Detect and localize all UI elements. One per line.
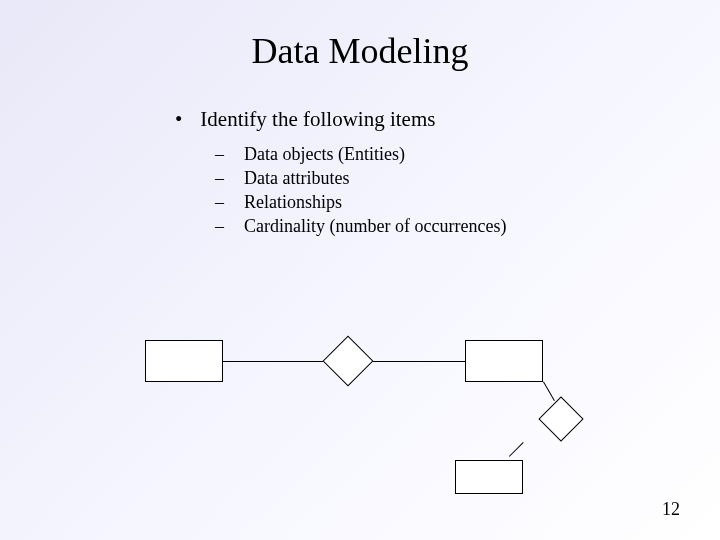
connector-line bbox=[543, 382, 555, 402]
sub-item: – Data objects (Entities) bbox=[215, 144, 720, 165]
slide-title: Data Modeling bbox=[0, 30, 720, 72]
sub-item-text: Data objects (Entities) bbox=[244, 144, 405, 165]
sub-item-text: Cardinality (number of occurrences) bbox=[244, 216, 506, 237]
entity-box-3 bbox=[455, 460, 523, 494]
bullet-marker: • bbox=[175, 107, 182, 132]
page-number: 12 bbox=[662, 499, 680, 520]
sub-item-text: Data attributes bbox=[244, 168, 349, 189]
connector-line bbox=[223, 361, 323, 362]
sub-item: – Relationships bbox=[215, 192, 720, 213]
connector-line bbox=[509, 442, 524, 457]
sub-item: – Data attributes bbox=[215, 168, 720, 189]
content-area: • Identify the following items – Data ob… bbox=[175, 107, 720, 237]
connector-line bbox=[373, 361, 465, 362]
sub-list: – Data objects (Entities) – Data attribu… bbox=[215, 144, 720, 237]
entity-box-2 bbox=[465, 340, 543, 382]
dash-marker: – bbox=[215, 144, 224, 165]
relationship-diamond-2 bbox=[538, 396, 583, 441]
er-diagram bbox=[145, 330, 585, 500]
dash-marker: – bbox=[215, 216, 224, 237]
dash-marker: – bbox=[215, 192, 224, 213]
sub-item: – Cardinality (number of occurrences) bbox=[215, 216, 720, 237]
dash-marker: – bbox=[215, 168, 224, 189]
sub-item-text: Relationships bbox=[244, 192, 342, 213]
main-bullet: • Identify the following items bbox=[175, 107, 720, 132]
main-bullet-text: Identify the following items bbox=[200, 107, 435, 132]
entity-box-1 bbox=[145, 340, 223, 382]
relationship-diamond-1 bbox=[323, 336, 374, 387]
